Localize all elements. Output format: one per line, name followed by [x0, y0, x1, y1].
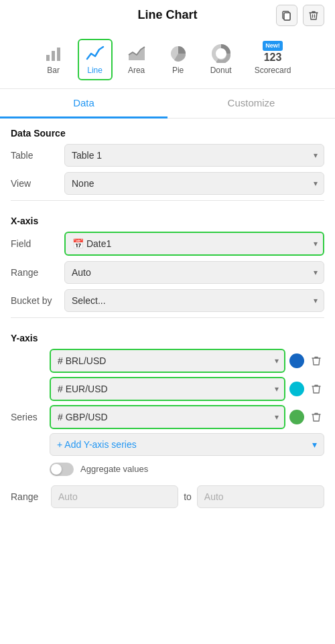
content-panel: Data Source Table Table 1 ▾ View None ▾ …: [0, 118, 335, 508]
divider-2: [11, 317, 324, 318]
chart-type-bar-label: Bar: [47, 66, 60, 75]
chart-type-pie[interactable]: Pie: [161, 39, 196, 80]
svg-rect-5: [46, 55, 50, 61]
add-series-button[interactable]: + Add Y-axis series ▾: [50, 433, 324, 456]
delete-button[interactable]: [303, 5, 324, 26]
svg-rect-7: [57, 48, 60, 61]
view-select-wrapper: None ▾: [64, 172, 324, 195]
table-label: Table: [11, 150, 59, 161]
x-field-row: Field 📅 Date1 ▾: [11, 232, 324, 256]
tab-customize[interactable]: Customize: [168, 89, 335, 118]
x-bucket-label: Bucket by: [11, 295, 59, 306]
x-range-row: Range Auto ▾: [11, 261, 324, 284]
view-row: View None ▾: [11, 172, 324, 195]
svg-rect-6: [52, 51, 55, 61]
header: Line Chart: [0, 0, 335, 30]
y-range-label: Range: [11, 491, 46, 502]
table-select[interactable]: Table 1: [64, 144, 324, 167]
chart-type-bar[interactable]: Bar: [36, 39, 71, 80]
divider-1: [11, 200, 324, 201]
svg-rect-2: [284, 13, 290, 20]
y-brl-select[interactable]: # BRL/USD: [50, 349, 285, 373]
y-range-to-label: to: [184, 491, 192, 502]
tab-data[interactable]: Data: [0, 89, 168, 118]
chart-type-selector: Bar Line Area Pie Donut N: [0, 30, 335, 89]
y-series-row-eur: # EUR/USD ▾: [11, 377, 324, 401]
y-brl-delete[interactable]: [308, 353, 324, 369]
x-bucket-select-wrapper: Select... ▾: [64, 289, 324, 312]
chart-type-donut-label: Donut: [210, 66, 232, 75]
scorecard-number: 123: [264, 52, 282, 63]
add-series-row: + Add Y-axis series ▾: [50, 433, 324, 456]
x-bucket-select[interactable]: Select...: [64, 289, 324, 312]
y-brl-color[interactable]: [289, 353, 304, 368]
header-actions: [276, 5, 324, 26]
chart-type-area-label: Area: [128, 66, 145, 75]
chart-type-area[interactable]: Area: [119, 39, 154, 80]
aggregate-row: Aggregate values: [50, 463, 324, 476]
x-range-select[interactable]: Auto: [64, 261, 324, 284]
y-brl-select-wrapper: # BRL/USD ▾: [50, 349, 285, 373]
table-row: Table Table 1 ▾: [11, 144, 324, 167]
chart-type-donut[interactable]: Donut: [202, 39, 240, 80]
copy-button[interactable]: [276, 5, 297, 26]
y-range-to-wrapper: Auto: [197, 485, 324, 508]
y-gbp-select-wrapper: # GBP/USD ▾: [50, 405, 285, 429]
y-gbp-color[interactable]: [289, 410, 304, 424]
toggle-knob: [51, 464, 62, 475]
y-range-from-select[interactable]: Auto: [51, 485, 178, 508]
y-eur-delete[interactable]: [308, 381, 324, 397]
chart-type-scorecard[interactable]: New! 123 Scorecard: [247, 35, 299, 80]
y-series-row-gbp: Series # GBP/USD ▾: [11, 405, 324, 429]
data-source-title: Data Source: [11, 118, 324, 144]
y-gbp-delete[interactable]: [308, 409, 324, 425]
aggregate-toggle[interactable]: [50, 463, 74, 476]
y-range-to-select[interactable]: Auto: [197, 485, 324, 508]
y-eur-select[interactable]: # EUR/USD: [50, 377, 285, 401]
chart-type-line-label: Line: [87, 66, 103, 75]
chart-type-scorecard-label: Scorecard: [255, 66, 291, 75]
page-title: Line Chart: [137, 8, 197, 22]
y-axis-title: Y-axis: [11, 323, 324, 349]
view-select[interactable]: None: [64, 172, 324, 195]
aggregate-label: Aggregate values: [80, 464, 148, 474]
x-range-label: Range: [11, 267, 59, 278]
main-tabs: Data Customize: [0, 89, 335, 118]
y-series-label: Series: [11, 412, 46, 422]
y-eur-select-wrapper: # EUR/USD ▾: [50, 377, 285, 401]
x-field-label: Field: [11, 238, 59, 249]
table-select-wrapper: Table 1 ▾: [64, 144, 324, 167]
y-range-from-wrapper: Auto: [51, 485, 178, 508]
x-bucket-row: Bucket by Select... ▾: [11, 289, 324, 312]
x-range-select-wrapper: Auto ▾: [64, 261, 324, 284]
chart-type-line[interactable]: Line: [78, 39, 113, 80]
y-eur-color[interactable]: [289, 382, 304, 396]
x-field-select-wrapper: 📅 Date1 ▾: [64, 232, 324, 256]
add-series-arrow: ▾: [312, 439, 317, 450]
new-badge: New!: [263, 41, 283, 51]
chart-type-pie-label: Pie: [172, 66, 184, 75]
add-series-label: + Add Y-axis series: [57, 439, 137, 450]
x-field-select[interactable]: 📅 Date1: [64, 232, 324, 256]
y-range-row: Range Auto to Auto: [11, 485, 324, 508]
view-label: View: [11, 178, 59, 189]
y-gbp-select[interactable]: # GBP/USD: [50, 405, 285, 429]
y-series-row-brl: # BRL/USD ▾: [11, 349, 324, 373]
x-axis-title: X-axis: [11, 206, 324, 232]
